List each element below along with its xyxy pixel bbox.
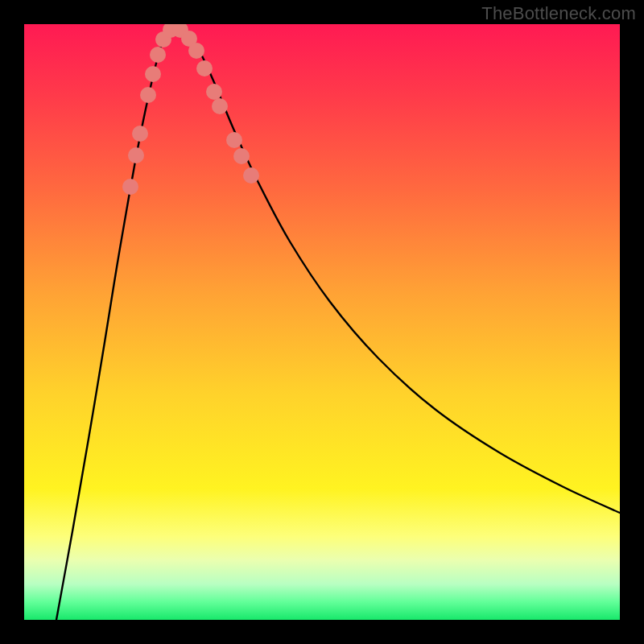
highlight-dot	[132, 126, 148, 142]
highlight-dot	[188, 43, 204, 59]
highlight-dot	[122, 179, 138, 195]
highlight-dot	[206, 84, 222, 100]
curve-layer	[24, 24, 620, 620]
chart-frame: TheBottleneck.com	[0, 0, 644, 644]
highlight-dots	[122, 24, 259, 195]
highlight-dot	[145, 66, 161, 82]
highlight-dot	[226, 132, 242, 148]
highlight-dot	[140, 87, 156, 103]
highlight-dot	[243, 167, 259, 184]
plot-area	[24, 24, 620, 620]
highlight-dot	[196, 60, 213, 76]
bottleneck-curve	[56, 27, 620, 620]
highlight-dot	[233, 148, 250, 164]
highlight-dot	[128, 147, 144, 163]
watermark-text: TheBottleneck.com	[481, 3, 636, 24]
highlight-dot	[212, 98, 228, 114]
highlight-dot	[150, 47, 166, 63]
